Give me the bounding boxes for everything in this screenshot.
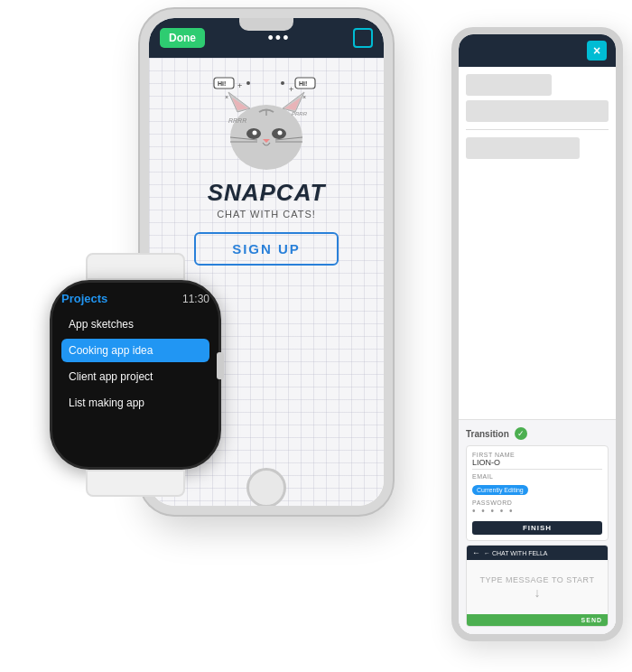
watch-screen: Projects 11:30 App sketches Cooking app … bbox=[52, 283, 218, 467]
home-button[interactable] bbox=[246, 468, 286, 508]
tablet-content: Transition ✓ FIRST NAME LION-O EMAIL Cur… bbox=[459, 67, 616, 634]
expand-icon[interactable] bbox=[353, 28, 373, 48]
more-options-icon[interactable]: ••• bbox=[268, 29, 291, 48]
divider bbox=[466, 129, 609, 130]
watch-crown[interactable] bbox=[217, 352, 224, 379]
field-label: PASSWORD bbox=[472, 499, 602, 506]
svg-text:PRRR: PRRR bbox=[292, 111, 308, 117]
list-item-active[interactable]: Cooking app idea bbox=[61, 339, 209, 362]
svg-text:×: × bbox=[225, 94, 228, 100]
watch-time: 11:30 bbox=[182, 293, 209, 305]
svg-text:Hi!: Hi! bbox=[299, 80, 307, 87]
svg-text:Hi!: Hi! bbox=[218, 80, 226, 87]
finish-button[interactable]: FINISH bbox=[472, 521, 602, 535]
svg-point-6 bbox=[246, 81, 250, 85]
cat-logo: Hi! Hi! + + × × bbox=[212, 76, 321, 175]
form-field-firstname: FIRST NAME LION-O bbox=[472, 452, 602, 470]
svg-point-19 bbox=[278, 131, 283, 135]
app-title: SNAPCAT bbox=[208, 179, 326, 207]
tablet-top-bar: × bbox=[459, 34, 616, 67]
list-item[interactable]: App sketches bbox=[61, 313, 209, 336]
app-subtitle: CHAT WITH CATS! bbox=[217, 209, 316, 219]
cat-logo-area: Hi! Hi! + + × × bbox=[194, 76, 339, 266]
send-label: SEND bbox=[581, 617, 602, 623]
svg-text:+: + bbox=[289, 85, 293, 94]
field-label: FIRST NAME bbox=[472, 452, 602, 458]
chat-body: TYPE MESSAGE TO START ↓ bbox=[467, 560, 608, 614]
svg-point-18 bbox=[253, 131, 257, 135]
done-button[interactable]: Done bbox=[160, 28, 205, 48]
svg-text:RRRR: RRRR bbox=[228, 117, 246, 124]
right-phone: × Transition ✓ FIRST NAME LI bbox=[451, 27, 623, 641]
watch-header: Projects 11:30 bbox=[61, 292, 209, 305]
form-field-password: PASSWORD • • • • • bbox=[472, 499, 602, 516]
password-dots: • • • • • bbox=[472, 506, 602, 516]
form-panel: FIRST NAME LION-O EMAIL Currently Editin… bbox=[466, 445, 609, 541]
wireframe-area bbox=[459, 67, 616, 419]
field-value: LION-O bbox=[472, 458, 602, 470]
transition-label: Transition bbox=[466, 429, 509, 439]
transition-panel: Transition ✓ FIRST NAME LION-O EMAIL Cur… bbox=[459, 419, 616, 634]
list-item[interactable]: List making app bbox=[61, 391, 209, 415]
chat-panel: ← ← CHAT WITH FELLA TYPE MESSAGE TO STAR… bbox=[466, 545, 609, 627]
wireframe-box bbox=[466, 137, 580, 159]
close-button[interactable]: × bbox=[587, 41, 607, 61]
svg-point-7 bbox=[281, 81, 284, 85]
transition-bar: Transition ✓ bbox=[466, 427, 609, 440]
svg-text:+: + bbox=[237, 81, 242, 90]
back-icon: ← bbox=[472, 548, 480, 557]
list-item[interactable]: Client app project bbox=[61, 365, 209, 388]
arrow-down-icon: ↓ bbox=[534, 585, 541, 600]
watch-band-bottom bbox=[86, 470, 185, 497]
chat-placeholder: TYPE MESSAGE TO START bbox=[480, 574, 595, 586]
wireframe-box bbox=[466, 100, 609, 122]
editing-badge: Currently Editing bbox=[472, 485, 528, 495]
watch-body: Projects 11:30 App sketches Cooking app … bbox=[50, 280, 221, 470]
chat-header: ← ← CHAT WITH FELLA bbox=[467, 546, 608, 560]
watch-projects-label: Projects bbox=[61, 292, 107, 305]
send-bar: SEND bbox=[467, 614, 608, 626]
wireframe-box bbox=[466, 74, 552, 96]
field-label: EMAIL bbox=[472, 473, 602, 480]
check-icon: ✓ bbox=[515, 427, 527, 440]
watch-band-top bbox=[86, 253, 185, 280]
form-field-email: EMAIL Currently Editing bbox=[472, 473, 602, 496]
phone-top-bar: Done ••• bbox=[149, 18, 384, 58]
apple-watch: Projects 11:30 App sketches Cooking app … bbox=[27, 253, 244, 515]
chat-title: ← CHAT WITH FELLA bbox=[484, 550, 548, 556]
watch-list: App sketches Cooking app idea Client app… bbox=[61, 313, 209, 415]
